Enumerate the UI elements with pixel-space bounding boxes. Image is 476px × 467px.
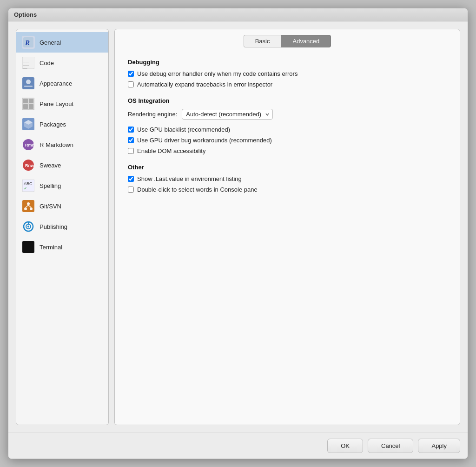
rendering-engine-row: Rendering engine: Auto-detect (recommend… [128, 109, 447, 120]
tabs-bar: Basic Advanced [115, 29, 460, 47]
publishing-icon [22, 220, 35, 233]
sidebar-label-git-svn: Git/SVN [40, 203, 61, 210]
main-content: Basic Advanced Debugging Use debug error… [114, 29, 460, 425]
gpu-driver-workarounds-checkbox[interactable] [128, 137, 134, 143]
sidebar-label-pane-layout: Pane Layout [40, 100, 73, 107]
options-window: Options R General ________ Code [8, 8, 468, 459]
double-click-words-row: Double-click to select words in Console … [128, 186, 447, 193]
svg-point-32 [27, 226, 29, 227]
dom-accessibility-row: Enable DOM accessibility [128, 147, 447, 154]
sidebar-label-code: Code [40, 60, 54, 67]
svg-rect-24 [22, 200, 34, 212]
appearance-icon [22, 77, 35, 90]
svg-rect-12 [23, 104, 28, 109]
tab-basic[interactable]: Basic [244, 35, 281, 47]
svg-rect-10 [23, 99, 28, 103]
title-bar: Options [8, 8, 468, 21]
svg-point-7 [26, 80, 31, 84]
git-svn-icon [22, 200, 35, 213]
sidebar-item-git-svn[interactable]: Git/SVN [16, 196, 108, 216]
sidebar-label-packages: Packages [40, 121, 66, 128]
apply-button[interactable]: Apply [418, 439, 460, 453]
window-title: Options [14, 11, 37, 18]
sidebar-label-appearance: Appearance [40, 80, 72, 87]
sidebar-label-r-markdown: R Markdown [40, 141, 73, 148]
r-markdown-icon: Rmd [22, 138, 35, 151]
auto-expand-tracebacks-row: Automatically expand tracebacks in error… [128, 81, 447, 88]
svg-text:Rmd: Rmd [25, 143, 34, 147]
tab-advanced[interactable]: Advanced [281, 35, 331, 47]
svg-rect-11 [29, 99, 33, 103]
terminal-icon [22, 240, 35, 254]
gpu-driver-workarounds-row: Use GPU driver bug workarounds (recommen… [128, 137, 447, 144]
footer: OK Cancel Apply [8, 433, 468, 459]
sidebar-item-packages[interactable]: Packages [16, 114, 108, 134]
debug-error-handler-label: Use debug error handler only when my cod… [137, 70, 298, 77]
pane-layout-icon [22, 97, 35, 110]
svg-text:__: __ [23, 65, 27, 69]
show-last-value-row: Show .Last.value in environment listing [128, 175, 447, 182]
double-click-words-label: Double-click to select words in Console … [137, 186, 258, 193]
sidebar-item-pane-layout[interactable]: Pane Layout [16, 93, 108, 114]
svg-text:ABC: ABC [24, 181, 33, 186]
sidebar-label-publishing: Publishing [40, 223, 67, 230]
packages-icon [22, 118, 35, 131]
sidebar-item-sweave[interactable]: Rnw Sweave [16, 155, 108, 175]
show-last-value-checkbox[interactable] [128, 176, 134, 182]
auto-expand-tracebacks-checkbox[interactable] [128, 81, 134, 87]
content-area: Debugging Use debug error handler only w… [115, 47, 460, 425]
dom-accessibility-label: Enable DOM accessibility [137, 147, 205, 154]
sidebar-label-terminal: Terminal [40, 244, 62, 251]
sweave-icon: Rnw [22, 159, 35, 172]
sidebar-item-publishing[interactable]: Publishing [16, 216, 108, 237]
sidebar-item-appearance[interactable]: Appearance [16, 73, 108, 93]
window-body: R General ________ Code Appearance [8, 21, 468, 433]
auto-expand-tracebacks-label: Automatically expand tracebacks in error… [137, 81, 272, 88]
svg-rect-8 [24, 86, 33, 87]
double-click-words-checkbox[interactable] [128, 187, 134, 193]
spelling-icon: ABC✓ [22, 179, 35, 192]
sidebar-item-terminal[interactable]: Terminal [16, 237, 108, 257]
debug-error-handler-checkbox[interactable] [128, 71, 134, 77]
sidebar: R General ________ Code Appearance [16, 29, 109, 425]
rendering-engine-label: Rendering engine: [128, 111, 177, 118]
svg-text:Rnw: Rnw [25, 163, 34, 168]
svg-point-25 [27, 202, 30, 205]
show-last-value-label: Show .Last.value in environment listing [137, 175, 242, 182]
os-integration-section-title: OS Integration [128, 97, 447, 104]
ok-button[interactable]: OK [327, 439, 363, 453]
sidebar-item-r-markdown[interactable]: Rmd R Markdown [16, 134, 108, 155]
svg-point-27 [30, 207, 33, 210]
dom-accessibility-checkbox[interactable] [128, 148, 134, 154]
svg-point-26 [24, 207, 27, 210]
sidebar-label-general: General [40, 39, 61, 46]
gpu-blacklist-row: Use GPU blacklist (recommended) [128, 126, 447, 133]
code-icon: ________ [22, 56, 35, 69]
debug-error-handler-row: Use debug error handler only when my cod… [128, 70, 447, 77]
rendering-engine-select[interactable]: Auto-detect (recommended) Desktop OpenGL… [182, 109, 273, 120]
cancel-button[interactable]: Cancel [368, 439, 413, 453]
sidebar-item-code[interactable]: ________ Code [16, 53, 108, 73]
svg-text:✓: ✓ [24, 186, 27, 191]
sidebar-label-spelling: Spelling [40, 182, 61, 189]
sidebar-label-sweave: Sweave [40, 162, 61, 169]
sidebar-item-general[interactable]: R General [16, 32, 108, 53]
debugging-section-title: Debugging [128, 59, 447, 66]
r-icon: R [22, 36, 35, 49]
other-section-title: Other [128, 164, 447, 171]
sidebar-item-spelling[interactable]: ABC✓ Spelling [16, 175, 108, 196]
svg-text:R: R [25, 39, 30, 47]
gpu-blacklist-checkbox[interactable] [128, 127, 134, 133]
gpu-blacklist-label: Use GPU blacklist (recommended) [137, 126, 230, 133]
gpu-driver-workarounds-label: Use GPU driver bug workarounds (recommen… [137, 137, 272, 144]
svg-rect-34 [22, 241, 34, 253]
svg-rect-13 [29, 104, 33, 109]
